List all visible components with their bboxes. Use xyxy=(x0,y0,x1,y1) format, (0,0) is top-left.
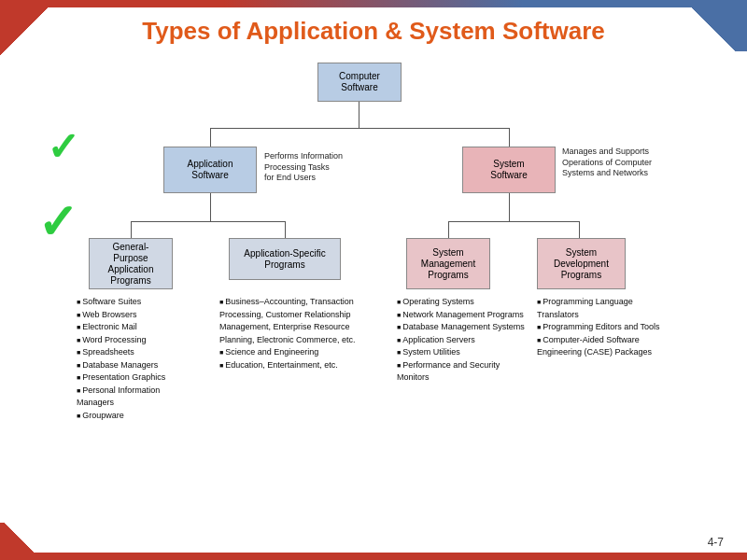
line-to-sys xyxy=(509,128,510,147)
box-app-specific: Application-Specific Programs xyxy=(229,238,341,280)
line-to-appspecific xyxy=(285,221,286,238)
desc-sys-software: Manages and SupportsOperations of Comput… xyxy=(562,147,702,179)
bullet-item: Computer-Aided Software Engineering (CAS… xyxy=(537,334,672,359)
box-computer-software: Computer Software xyxy=(317,63,402,102)
line-to-sysmgmt xyxy=(448,221,449,238)
chart-area: ✓ ✓ Computer Software Application Softwa… xyxy=(19,53,728,520)
bullet-item: Word Processing xyxy=(77,334,198,347)
bottom-bar xyxy=(0,553,747,560)
bullet-item: Performance and Security Monitors xyxy=(397,359,532,385)
line-to-general xyxy=(131,221,132,238)
box-general-purpose: General- Purpose Application Programs xyxy=(89,238,173,289)
bullet-item: Application Servers xyxy=(397,334,532,347)
bullet-item: Electronic Mail xyxy=(77,321,198,334)
line-to-sysdev xyxy=(579,221,580,238)
box-app-software: Application Software xyxy=(163,147,257,193)
bullet-item: Science and Engineering xyxy=(219,346,369,359)
bullet-item: Network Management Programs xyxy=(397,309,532,322)
desc-app-software: Performs InformationProcessing Tasksfor … xyxy=(264,151,386,184)
bullets-sys-dev: Programming Language Translators Program… xyxy=(537,296,672,359)
bullet-item: System Utilities xyxy=(397,346,532,359)
line-to-app xyxy=(210,128,211,147)
line-sys-down xyxy=(509,193,510,221)
bullet-item: Software Suites xyxy=(77,296,198,309)
corner-top-left xyxy=(0,0,56,56)
bullet-item: Web Browsers xyxy=(77,309,198,322)
slide-title: Types of Application & System Software xyxy=(19,17,728,46)
bullets-app-specific: Business–Accounting, Transaction Process… xyxy=(219,296,369,371)
bullet-item: Database Management Systems xyxy=(397,321,532,334)
box-sys-mgmt: System Management Programs xyxy=(406,238,490,289)
box-sys-software: System Software xyxy=(462,147,556,193)
bullet-item: Education, Entertainment, etc. xyxy=(219,359,369,372)
line-root-down xyxy=(359,102,359,128)
bullet-item: Database Managers xyxy=(77,359,198,372)
bullet-item: Business–Accounting, Transaction Process… xyxy=(219,296,369,346)
bullets-general-purpose: Software Suites Web Browsers Electronic … xyxy=(77,296,198,422)
line-app-h xyxy=(131,221,285,222)
line-sys-h xyxy=(448,221,579,222)
bullet-item: Programming Language Translators xyxy=(537,296,672,321)
bullet-item: Spreadsheets xyxy=(77,346,198,359)
box-sys-dev: System Development Programs xyxy=(537,238,626,289)
slide-content: Types of Application & System Software ✓… xyxy=(0,7,747,553)
page-number: 4-7 xyxy=(708,536,724,549)
line-app-down xyxy=(210,193,211,221)
bullet-item: Programming Editors and Tools xyxy=(537,321,672,334)
bullet-item: Presentation Graphics xyxy=(77,371,198,385)
top-bar xyxy=(0,0,747,7)
checkmark-2: ✓ xyxy=(37,198,78,246)
bullet-item: Groupware xyxy=(77,410,198,423)
corner-top-right xyxy=(672,0,747,51)
line-level1-h xyxy=(210,128,509,129)
corner-bottom-left xyxy=(0,523,47,560)
bullets-sys-mgmt: Operating Systems Network Management Pro… xyxy=(397,296,532,385)
checkmark-1: ✓ xyxy=(47,128,79,167)
bullet-item: Operating Systems xyxy=(397,296,532,309)
bullet-item: Personal Information Managers xyxy=(77,385,198,410)
